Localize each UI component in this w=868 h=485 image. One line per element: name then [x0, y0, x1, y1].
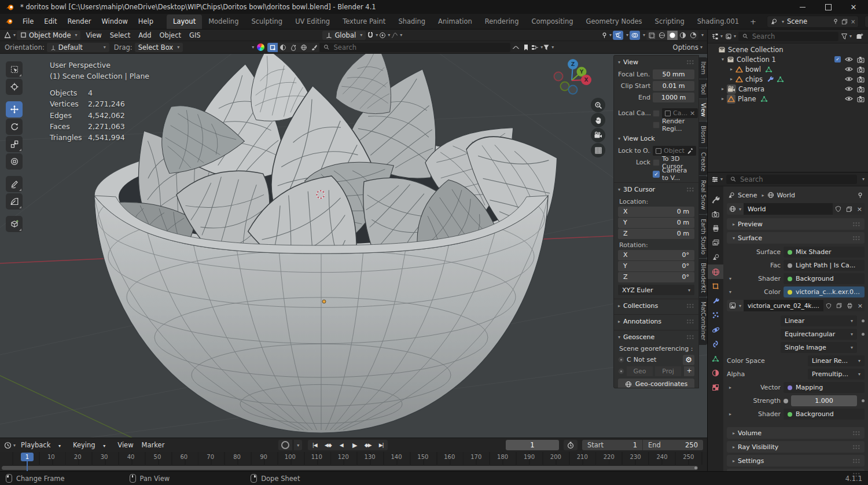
proj-button[interactable]: Proj — [655, 366, 681, 376]
image-name-field[interactable]: victoria_curve_02_4k.... — [744, 300, 823, 311]
workspace-tab-scripting[interactable]: Scripting — [649, 14, 691, 29]
play-button[interactable]: ▶ — [348, 440, 361, 450]
workspace-tab-sculpting[interactable]: Sculpting — [245, 14, 289, 29]
local-camera-object-field[interactable]: Ca...× — [662, 108, 698, 118]
filter-funnel-icon[interactable]: ▾ — [543, 43, 554, 52]
image-copy-icon[interactable] — [834, 300, 844, 311]
cursor-rotation-z-field[interactable]: Z0° — [618, 272, 694, 282]
workspace-tab-shading[interactable]: Shading — [392, 14, 432, 29]
n-panel-tab-matcombiner[interactable]: MatCombiner — [699, 297, 707, 344]
gizmos-toggle-icon[interactable]: ▾ — [601, 31, 612, 40]
material-preview-shading-icon[interactable] — [678, 31, 688, 40]
camera-view-icon[interactable] — [591, 128, 605, 142]
scene-selector[interactable]: ▾ Scene × — [767, 16, 859, 28]
workspace-tab-uv-editing[interactable]: UV Editing — [289, 14, 336, 29]
solid-shading-icon[interactable] — [657, 31, 667, 40]
brush-icon[interactable] — [309, 43, 319, 52]
timeline-ruler[interactable]: 1020304050607080901001101201301401501601… — [0, 452, 707, 471]
n-panel-tab-earth-studio[interactable]: Earth Studio — [699, 215, 707, 259]
image-pack-icon[interactable] — [844, 300, 855, 311]
projection-dropdown[interactable]: Equirectangular▾ — [781, 329, 857, 340]
rotate-tool[interactable] — [6, 119, 23, 135]
menu-help[interactable]: Help — [133, 17, 159, 25]
crs-radio[interactable] — [618, 357, 624, 363]
maximize-button[interactable] — [819, 1, 837, 13]
workspace-tab-shading-001[interactable]: Shading.001 — [691, 14, 745, 29]
n-panel-tab-blenderkit[interactable]: BlenderKit — [699, 259, 707, 297]
breadcrumb-scene[interactable]: Scene — [738, 192, 757, 199]
viewport-3d-canvas[interactable]: User Perspective (1) Scene Collection | … — [0, 54, 707, 438]
mesh-data-icon[interactable] — [777, 76, 784, 83]
eye-icon[interactable] — [845, 56, 853, 63]
expand-arrow-icon[interactable]: ▸ — [719, 86, 727, 91]
next-keyframe-button[interactable]: ◆▶ — [361, 440, 374, 450]
wrench-icon[interactable] — [767, 76, 774, 83]
mesh-icon[interactable] — [735, 66, 743, 73]
gear-icon[interactable]: ⚙ — [683, 355, 694, 365]
breadcrumb-world[interactable]: World — [777, 192, 796, 199]
timeline-menu-playback[interactable]: Playback ▾ — [17, 441, 69, 449]
frame-end-field[interactable]: End250 — [642, 440, 703, 450]
collection-checkbox[interactable] — [834, 56, 841, 63]
workspace-tab-geometry-nodes[interactable]: Geometry Nodes — [580, 14, 649, 29]
render-region-checkbox[interactable] — [653, 122, 660, 128]
outliner-row[interactable]: ▸Camera — [708, 84, 868, 94]
mode-dropdown[interactable]: Object Mode▾ — [17, 31, 80, 40]
camera-render-icon[interactable] — [857, 86, 865, 93]
geo-button[interactable]: Geo — [627, 366, 653, 376]
eye-icon[interactable] — [845, 86, 853, 92]
n-panel-tab-tool[interactable]: Tool — [699, 79, 707, 98]
object-select-icon[interactable] — [267, 43, 278, 52]
workspace-tab-animation[interactable]: Animation — [432, 14, 479, 29]
tab-render[interactable] — [708, 207, 723, 221]
proportional-editing-icon[interactable]: ▾ — [379, 31, 390, 40]
panel-header-preview[interactable]: ▸Preview — [727, 218, 865, 230]
eye-icon[interactable] — [845, 76, 853, 82]
rendered-shading-icon[interactable] — [688, 31, 698, 40]
cursor-rotation-x-field[interactable]: X0° — [618, 250, 694, 260]
stopwatch-icon[interactable] — [564, 440, 578, 450]
unlink-world-icon[interactable]: × — [855, 203, 865, 215]
to-3d-cursor-checkbox[interactable] — [653, 159, 660, 166]
outliner-display-mode-icon[interactable]: ▾ — [725, 32, 736, 41]
n-panel-tab-view[interactable]: View — [699, 99, 707, 121]
lock-to-object-field[interactable]: Object — [653, 146, 696, 156]
panel-header-settings[interactable]: ▸Settings — [727, 455, 865, 466]
local-camera-checkbox[interactable] — [653, 110, 660, 117]
vector-field[interactable]: Mapping — [784, 382, 865, 393]
material-ball-icon[interactable] — [278, 43, 288, 52]
mirror-curve-icon[interactable] — [510, 43, 521, 52]
menu-file[interactable]: File — [17, 17, 39, 25]
measure-tool[interactable] — [6, 193, 23, 210]
timeline-editor-type-icon[interactable]: ▾ — [4, 440, 16, 450]
overlays-toggle-icon[interactable] — [613, 31, 623, 40]
n-panel-tab-real-snow[interactable]: Real Snow — [699, 176, 707, 214]
cursor-tool[interactable] — [6, 79, 23, 95]
expand-arrow-icon[interactable]: ▸ — [727, 76, 735, 82]
camera-render-icon[interactable] — [857, 56, 865, 63]
add-cube-tool[interactable] — [6, 216, 23, 232]
timeline-menu-marker[interactable]: Marker — [138, 441, 169, 449]
n-panel-tab-blosm[interactable]: Blosm — [699, 122, 707, 148]
eye-icon[interactable] — [845, 66, 853, 72]
outliner-row[interactable]: ▾Collection 1 — [708, 54, 868, 64]
mesh-data-icon[interactable] — [760, 95, 768, 102]
outliner-filter-icon[interactable]: ▾ — [841, 32, 852, 41]
auto-keying-dropdown[interactable]: ▾ — [294, 440, 302, 450]
world-name-field[interactable]: World — [744, 203, 833, 215]
orientation-dropdown[interactable]: Default▾ — [47, 43, 109, 52]
navigation-gizmo[interactable]: Z Y X — [551, 57, 596, 98]
outliner-search[interactable] — [738, 32, 838, 41]
scale-tool[interactable] — [6, 136, 23, 152]
proj-radio[interactable] — [618, 368, 624, 374]
drag-dropdown[interactable]: Select Box▾ — [135, 43, 183, 52]
blender-menu-icon[interactable] — [5, 17, 14, 25]
transform-tool[interactable] — [6, 153, 23, 170]
tab-tool[interactable] — [708, 192, 723, 207]
mesh-data-icon[interactable] — [765, 66, 773, 73]
mesh-icon[interactable] — [727, 95, 735, 102]
panel-header-3d-cursor[interactable]: ▾3D Cursor — [614, 183, 698, 196]
add-crs-button[interactable]: + — [684, 366, 694, 376]
toggle-ortho-icon[interactable] — [591, 143, 605, 157]
timeline-menu-view[interactable]: View — [113, 441, 137, 449]
